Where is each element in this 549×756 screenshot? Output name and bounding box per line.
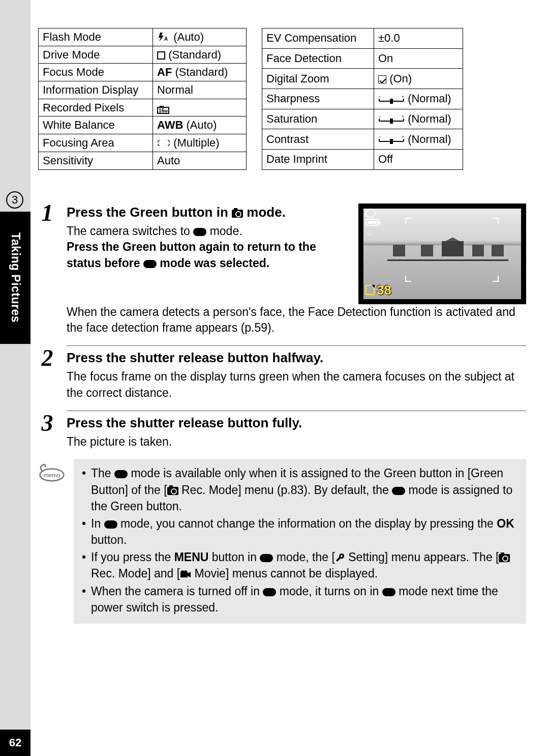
table-row: EV Compensation±0.0: [262, 28, 463, 49]
step-3-body: The picture is taken.: [67, 434, 526, 450]
step-3: 3 Press the shutter release button fully…: [38, 411, 526, 450]
step-2: 2 Press the shutter release button halfw…: [38, 345, 526, 401]
svg-text:−: −: [378, 115, 381, 119]
wrench-icon: [335, 553, 345, 563]
chapter-number-badge: 3: [6, 191, 23, 209]
green-mode-icon: [382, 588, 395, 596]
page-content: Flash ModeA (Auto) Drive Mode (Standard)…: [38, 28, 526, 624]
table-row: Information DisplayNormal: [39, 81, 247, 99]
flash-auto-icon: A: [157, 32, 170, 42]
svg-text:memo: memo: [44, 472, 60, 478]
table-row: Contrast−+ (Normal): [262, 129, 463, 150]
svg-text:+: +: [402, 115, 404, 119]
green-mode-icon: [260, 554, 273, 562]
green-mode-icon: [143, 260, 157, 268]
step-1-body: The camera switches to mode. Press the G…: [67, 223, 348, 272]
memo-item: When the camera is turned off in mode, i…: [81, 583, 519, 616]
table-row: Recorded Pixels16M: [39, 99, 247, 117]
memo-item: In mode, you cannot change the informati…: [81, 515, 519, 548]
table-row: Date ImprintOff: [262, 149, 463, 169]
camera-mode-icon: [167, 487, 178, 495]
svg-text:+: +: [402, 95, 404, 99]
memo-body: The mode is available only when it is as…: [74, 459, 526, 624]
checkbox-on-icon: [378, 75, 386, 83]
table-row: Face DetectionOn: [262, 48, 463, 69]
table-row: White BalanceAWB (Auto): [39, 117, 247, 134]
table-row: Focus ModeAF (Standard): [39, 64, 247, 81]
step-number: 2: [38, 345, 56, 401]
section-tab-label: Taking Pictures: [0, 212, 30, 344]
memo-item: The mode is available only when it is as…: [81, 465, 519, 514]
step-1: 1 Press the Green button in mode. The ca…: [38, 200, 526, 336]
green-mode-icon: [263, 588, 276, 596]
slider-normal-icon: −+: [378, 135, 405, 144]
table-row: Drive Mode (Standard): [39, 46, 247, 64]
memo-item: If you press the MENU button in mode, th…: [81, 549, 519, 581]
sd-card-icon: [365, 285, 375, 295]
green-mode-icon: [114, 470, 128, 478]
slider-normal-icon: −+: [378, 115, 405, 124]
step-number: 3: [38, 411, 56, 450]
svg-text:−: −: [378, 95, 381, 99]
svg-text:A: A: [164, 36, 168, 42]
table-row: SensitivityAuto: [39, 152, 247, 169]
memo-block: memo The mode is available only when it …: [38, 459, 526, 624]
movie-icon: [180, 570, 191, 579]
focus-bracket-icon: [405, 218, 411, 224]
lcd-face-detect-icon: ☺: [365, 229, 373, 237]
green-mode-icon: [392, 487, 405, 495]
step-1-title: Press the Green button in mode.: [67, 203, 348, 221]
16m-icon: 16M: [157, 107, 169, 114]
standard-drive-icon: [157, 51, 165, 60]
table-row: Flash ModeA (Auto): [39, 28, 247, 46]
table-row: Sharpness−+ (Normal): [262, 89, 463, 109]
svg-point-22: [181, 570, 184, 573]
focus-bracket-icon: [405, 276, 411, 282]
svg-rect-16: [390, 139, 393, 144]
lcd-battery-icon: [365, 219, 379, 226]
lcd-shot-count: 38: [365, 282, 391, 298]
lcd-preview: ☺ 38: [358, 203, 526, 304]
svg-point-23: [184, 570, 187, 573]
table-row: Digital Zoom (On): [262, 69, 463, 89]
slider-normal-icon: −+: [378, 95, 405, 104]
memo-icon: memo: [38, 459, 67, 624]
table-row: Saturation−+ (Normal): [262, 109, 463, 129]
step-1-body-cont: When the camera detects a person's face,…: [67, 304, 526, 336]
step-2-title: Press the shutter release button halfway…: [67, 349, 526, 367]
lcd-green-mode-icon: [365, 209, 376, 218]
camera-mode-icon: [232, 210, 243, 218]
settings-tables: Flash ModeA (Auto) Drive Mode (Standard)…: [38, 28, 526, 170]
focus-bracket-icon: [493, 218, 499, 224]
step-2-body: The focus frame on the display turns gre…: [67, 369, 526, 401]
camera-mode-icon: [499, 554, 510, 562]
svg-rect-10: [390, 119, 393, 124]
manual-page: 3 Taking Pictures 62 Flash ModeA (Auto) …: [0, 0, 549, 756]
svg-text:+: +: [402, 135, 404, 139]
focus-bracket-icon: [493, 276, 499, 282]
multi-af-icon: [157, 138, 170, 148]
step-3-title: Press the shutter release button fully.: [67, 414, 526, 432]
settings-table-left: Flash ModeA (Auto) Drive Mode (Standard)…: [38, 28, 247, 170]
svg-rect-4: [390, 99, 393, 104]
svg-text:−: −: [378, 135, 381, 139]
page-number: 62: [0, 730, 30, 756]
settings-table-right: EV Compensation±0.0 Face DetectionOn Dig…: [262, 28, 463, 170]
green-mode-icon: [193, 228, 206, 236]
green-mode-icon: [104, 520, 117, 529]
page-gutter: [0, 0, 30, 756]
table-row: Focusing Area (Multiple): [39, 134, 247, 152]
step-number: 1: [38, 200, 56, 336]
